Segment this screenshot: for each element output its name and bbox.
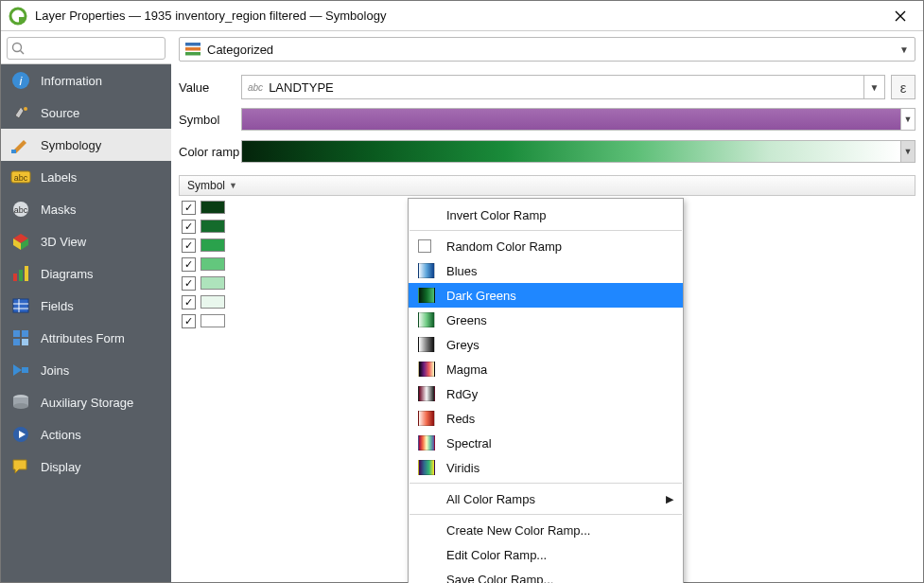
sidebar-item-fields[interactable]: Fields — [1, 290, 171, 322]
nav-icon — [10, 295, 31, 316]
submenu-arrow-icon: ▶ — [666, 493, 673, 505]
nav-label: Symbology — [41, 138, 101, 152]
sidebar-item-auxiliary-storage[interactable]: Auxiliary Storage — [1, 386, 171, 418]
menu-ramp-reds[interactable]: Reds — [409, 406, 683, 431]
category-swatch — [200, 276, 225, 290]
symbol-dropdown[interactable]: ▼ — [901, 108, 915, 131]
ramp-preview-icon — [418, 263, 446, 278]
category-checkbox[interactable]: ✓ — [182, 295, 196, 309]
nav-icon — [10, 424, 31, 445]
color-ramp-menu: Invert Color Ramp Random Color Ramp Blue… — [408, 198, 684, 583]
category-checkbox[interactable]: ✓ — [182, 220, 196, 234]
value-field-combo[interactable]: abc LANDTYPE ▼ — [241, 75, 885, 99]
renderer-combo[interactable]: Categorized ▼ — [179, 37, 915, 62]
ramp-name: Greys — [446, 338, 673, 352]
menu-random-ramp[interactable]: Random Color Ramp — [409, 234, 683, 258]
ramp-name: RdGy — [446, 387, 673, 401]
color-ramp-bar[interactable] — [241, 140, 901, 163]
nav-icon: i — [10, 70, 31, 91]
nav-icon — [10, 456, 31, 477]
svg-rect-35 — [185, 52, 200, 56]
ramp-name: Blues — [446, 264, 673, 278]
sidebar-search-input[interactable] — [7, 37, 166, 60]
sidebar-item-information[interactable]: iInformation — [1, 64, 171, 97]
ramp-preview-icon — [418, 386, 446, 401]
ramp-name: Spectral — [446, 436, 673, 450]
menu-ramp-spectral[interactable]: Spectral — [409, 431, 683, 455]
sidebar-item-joins[interactable]: Joins — [1, 354, 171, 386]
color-ramp-dropdown[interactable]: ▼ — [901, 140, 915, 163]
svg-rect-33 — [185, 43, 200, 46]
category-checkbox[interactable]: ✓ — [182, 314, 196, 328]
sidebar-item-display[interactable]: Display — [1, 450, 171, 483]
ramp-name: Reds — [446, 412, 673, 426]
category-swatch — [200, 220, 225, 233]
menu-all-ramps[interactable]: All Color Ramps ▶ — [409, 486, 683, 511]
color-ramp-label: Color ramp — [179, 145, 241, 159]
sidebar-item-actions[interactable]: Actions — [1, 418, 171, 450]
sidebar-item-3d-view[interactable]: 3D View — [1, 225, 171, 257]
sidebar-item-diagrams[interactable]: Diagrams — [1, 257, 171, 290]
menu-edit-ramp[interactable]: Edit Color Ramp... — [409, 542, 683, 567]
symbol-label: Symbol — [179, 113, 241, 127]
col-symbol: Symbol — [187, 179, 225, 192]
expression-button[interactable]: ε — [891, 75, 915, 99]
category-checkbox[interactable]: ✓ — [182, 201, 196, 215]
menu-ramp-blues[interactable]: Blues — [409, 258, 683, 283]
svg-rect-15 — [13, 274, 17, 281]
titlebar: Layer Properties — 1935 inventory_region… — [1, 1, 923, 31]
sidebar-item-source[interactable]: Source — [1, 97, 171, 129]
sidebar-item-symbology[interactable]: Symbology — [1, 129, 171, 161]
category-swatch — [200, 314, 225, 327]
nav-icon — [10, 102, 31, 123]
svg-rect-17 — [25, 266, 28, 281]
nav-label: Information — [41, 74, 102, 88]
ramp-name: Dark Greens — [446, 289, 673, 303]
ramp-preview-icon — [418, 288, 446, 303]
svg-rect-7 — [11, 150, 16, 153]
category-checkbox[interactable]: ✓ — [182, 238, 196, 253]
nav-label: Actions — [41, 428, 81, 442]
header-caret-icon: ▼ — [229, 181, 237, 190]
ramp-name: Viridis — [446, 461, 673, 475]
ramp-preview-icon — [418, 362, 446, 377]
nav-label: Attributes Form — [41, 331, 125, 345]
chevron-down-icon[interactable]: ▼ — [863, 76, 884, 98]
nav-icon — [10, 231, 31, 252]
sidebar-item-attributes-form[interactable]: Attributes Form — [1, 322, 171, 354]
category-checkbox[interactable]: ✓ — [182, 276, 196, 291]
category-swatch — [200, 295, 225, 309]
nav-icon — [10, 263, 31, 284]
menu-ramp-dark-greens[interactable]: Dark Greens — [409, 283, 683, 308]
sidebar-item-labels[interactable]: abcLabels — [1, 161, 171, 193]
menu-ramp-greys[interactable]: Greys — [409, 332, 683, 357]
symbol-swatch[interactable] — [241, 108, 901, 131]
value-field-text: LANDTYPE — [269, 80, 863, 95]
menu-ramp-viridis[interactable]: Viridis — [409, 455, 683, 480]
categorized-icon — [185, 43, 200, 56]
chevron-down-icon: ▼ — [899, 44, 909, 55]
menu-ramp-magma[interactable]: Magma — [409, 357, 683, 381]
menu-invert-ramp[interactable]: Invert Color Ramp — [409, 203, 683, 227]
field-type-icon: abc — [248, 82, 263, 93]
category-table-header[interactable]: Symbol ▼ — [179, 175, 915, 196]
svg-point-30 — [13, 403, 28, 409]
menu-create-ramp[interactable]: Create New Color Ramp... — [409, 518, 683, 542]
svg-marker-26 — [13, 364, 22, 376]
nav-label: Labels — [41, 170, 77, 185]
close-button[interactable] — [885, 3, 915, 29]
menu-ramp-greens[interactable]: Greens — [409, 308, 683, 332]
svg-rect-18 — [13, 299, 28, 312]
menu-ramp-rdgy[interactable]: RdGy — [409, 381, 683, 406]
svg-rect-27 — [22, 367, 28, 373]
ramp-preview-icon — [418, 312, 446, 327]
nav-label: Diagrams — [41, 267, 94, 281]
nav-icon — [10, 360, 31, 380]
category-checkbox[interactable]: ✓ — [182, 257, 196, 272]
window-title: Layer Properties — 1935 inventory_region… — [35, 9, 885, 23]
ramp-name: Magma — [446, 362, 673, 377]
renderer-label: Categorized — [207, 43, 899, 57]
svg-rect-23 — [22, 330, 28, 337]
sidebar-item-masks[interactable]: abcMasks — [1, 193, 171, 225]
menu-save-ramp[interactable]: Save Color Ramp... — [409, 567, 683, 583]
